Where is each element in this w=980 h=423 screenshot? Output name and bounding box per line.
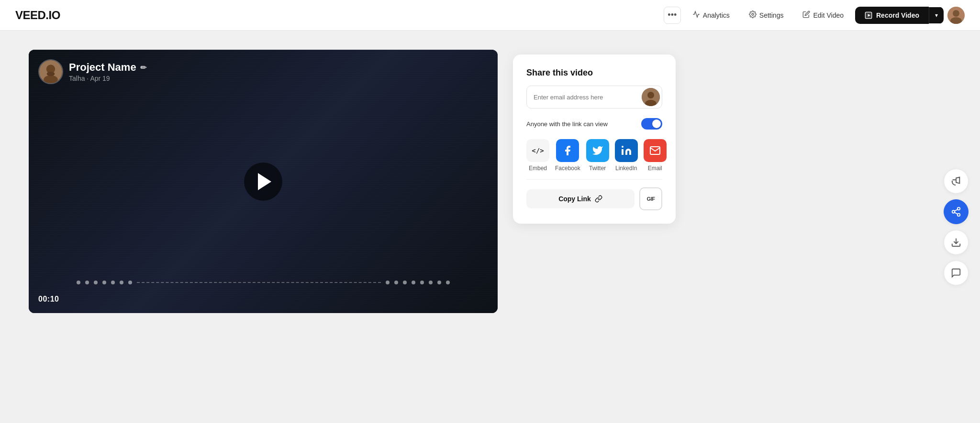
video-player: Project Name ✏ Talha · Apr 19	[29, 50, 498, 313]
svg-point-16	[952, 210, 955, 213]
video-title: Project Name ✏	[69, 61, 146, 74]
share-panel-title: Share this video	[526, 68, 662, 78]
email-avatar	[642, 88, 660, 106]
download-icon	[951, 237, 961, 248]
edit-video-label: Edit Video	[813, 11, 844, 19]
gif-label: GIF	[647, 196, 655, 202]
download-button[interactable]	[944, 230, 969, 255]
link-toggle-label: Anyone with the link can view	[526, 120, 608, 128]
share-panel: Share this video Anyone with the link ca…	[513, 54, 676, 224]
share-divider	[526, 179, 662, 180]
social-share-grid: </> Embed Facebook Twitter	[526, 139, 662, 172]
video-title-block: Project Name ✏ Talha · Apr 19	[69, 61, 146, 82]
timeline-dot	[446, 281, 450, 284]
timeline-dot	[429, 281, 433, 284]
email-avatar-image	[642, 88, 660, 106]
twitter-label: Twitter	[589, 165, 606, 172]
timeline-dot	[412, 281, 415, 284]
share-facebook[interactable]: Facebook	[555, 139, 580, 172]
timeline-dot	[85, 281, 89, 284]
svg-point-8	[44, 75, 58, 84]
logo: VEED.IO	[15, 9, 60, 22]
play-button[interactable]	[244, 163, 282, 201]
embed-label: Embed	[529, 165, 547, 172]
record-video-button[interactable]: Record Video	[855, 7, 929, 24]
timeline-dot	[77, 281, 80, 284]
copy-link-row: Copy Link GIF	[526, 187, 662, 210]
svg-point-0	[752, 13, 754, 15]
video-timeline	[29, 281, 498, 284]
chevron-down-icon: ▾	[935, 12, 938, 19]
email-input[interactable]	[527, 88, 640, 107]
linkedin-icon	[615, 139, 638, 162]
timeline-dots	[77, 281, 450, 284]
timeline-dot	[420, 281, 424, 284]
megaphone-icon	[951, 176, 961, 186]
main-content: Project Name ✏ Talha · Apr 19	[0, 31, 980, 423]
twitter-icon	[586, 139, 609, 162]
share-linkedin[interactable]: LinkedIn	[615, 139, 638, 172]
linkedin-label: LinkedIn	[615, 165, 637, 172]
header-actions: ••• Analytics Settings	[664, 7, 965, 24]
svg-point-4	[953, 10, 959, 17]
edit-video-button[interactable]: Edit Video	[795, 7, 851, 24]
avatar-image	[947, 7, 965, 24]
record-video-label: Record Video	[876, 11, 919, 19]
timeline-dot	[111, 281, 115, 284]
share-icon	[951, 206, 961, 217]
right-sidebar	[944, 169, 969, 285]
link-toggle[interactable]	[641, 118, 662, 130]
edit-video-icon	[802, 11, 810, 20]
presenter-avatar	[39, 59, 62, 84]
video-avatar	[38, 59, 63, 84]
svg-line-18	[955, 212, 958, 214]
video-inner: Project Name ✏ Talha · Apr 19	[29, 50, 498, 313]
timeline-dot	[94, 281, 98, 284]
svg-point-11	[647, 92, 654, 98]
user-avatar[interactable]	[947, 7, 965, 24]
gif-button[interactable]: GIF	[639, 187, 662, 210]
analytics-button[interactable]: Analytics	[685, 7, 737, 24]
link-toggle-row: Anyone with the link can view	[526, 118, 662, 130]
analytics-icon	[692, 11, 700, 20]
email-icon	[644, 139, 667, 162]
timeline-dot	[128, 281, 132, 284]
share-twitter[interactable]: Twitter	[586, 139, 609, 172]
svg-point-14	[622, 146, 624, 148]
comment-button[interactable]	[944, 260, 969, 285]
record-icon	[865, 11, 872, 19]
svg-point-9	[47, 72, 55, 76]
svg-line-19	[955, 209, 958, 211]
toggle-knob	[652, 119, 661, 128]
timeline-dot	[394, 281, 398, 284]
share-email[interactable]: Email	[644, 139, 667, 172]
edit-title-icon[interactable]: ✏	[140, 63, 146, 72]
record-button-group: Record Video ▾	[855, 7, 944, 24]
settings-icon	[749, 11, 757, 20]
embed-icon: </>	[526, 139, 549, 162]
svg-point-17	[958, 213, 960, 216]
timeline-dot	[403, 281, 407, 284]
timeline-line	[137, 282, 381, 283]
video-avatar-inner	[39, 60, 62, 83]
more-button[interactable]: •••	[664, 7, 681, 24]
settings-button[interactable]: Settings	[741, 7, 791, 24]
copy-link-label: Copy Link	[558, 195, 591, 203]
play-icon	[258, 173, 271, 190]
svg-point-15	[958, 207, 960, 210]
comment-icon	[951, 268, 961, 278]
announce-button[interactable]	[944, 169, 969, 194]
email-share-label: Email	[648, 165, 662, 172]
facebook-icon	[556, 139, 579, 162]
link-icon	[595, 195, 602, 203]
timeline-dot	[386, 281, 390, 284]
copy-link-button[interactable]: Copy Link	[526, 189, 635, 208]
analytics-label: Analytics	[703, 11, 730, 19]
settings-label: Settings	[759, 11, 784, 19]
facebook-label: Facebook	[555, 165, 580, 172]
video-timestamp: 00:10	[38, 295, 59, 304]
share-embed[interactable]: </> Embed	[526, 139, 549, 172]
more-icon: •••	[668, 10, 677, 20]
record-dropdown-button[interactable]: ▾	[929, 7, 944, 23]
share-button[interactable]	[944, 199, 969, 224]
